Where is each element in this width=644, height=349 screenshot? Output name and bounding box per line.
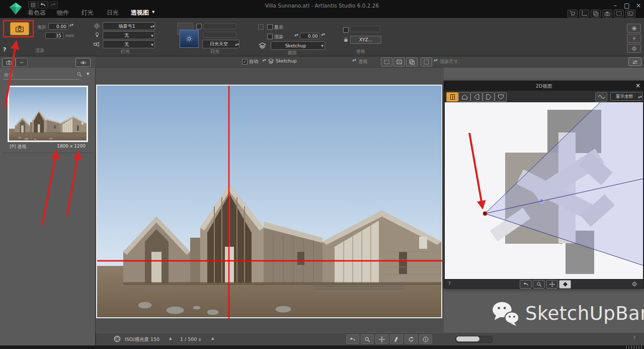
axes-icon[interactable]: [579, 10, 589, 18]
view-left-button[interactable]: [470, 92, 482, 102]
pan-tool-icon[interactable]: [375, 334, 388, 344]
sky-type-stepper-icon[interactable]: ▲▼: [235, 43, 239, 45]
camera-tool-icon[interactable]: [602, 10, 612, 18]
maximize-button[interactable]: □: [622, 2, 632, 10]
undo-icon[interactable]: [38, 1, 48, 9]
mode-stepper-icon[interactable]: ▲▼: [352, 59, 356, 61]
aperture-icon[interactable]: [114, 335, 121, 342]
tab-lights[interactable]: 灯光: [82, 9, 94, 17]
light-scene-dropdown[interactable]: 场景号1 ▲▼: [103, 22, 155, 30]
frame-tool-icon[interactable]: [614, 10, 624, 18]
undo-view-icon[interactable]: [346, 334, 359, 344]
layer-dropdown-icon[interactable]: ▼: [320, 44, 325, 47]
sky-type-dropdown[interactable]: 日光天空 ▲▼: [202, 40, 239, 48]
shutter-value[interactable]: 1 / 500 s: [180, 336, 201, 342]
render-preview[interactable]: [97, 86, 441, 317]
redo-icon[interactable]: [48, 1, 58, 9]
viewport-options-button[interactable]: [628, 57, 641, 66]
panel-2d-titlebar[interactable]: 2D视图 ×: [444, 81, 643, 91]
search-input[interactable]: [3, 71, 79, 80]
remove-view-button[interactable]: −: [16, 58, 28, 67]
neon-dropdown[interactable]: 无 ▼: [103, 31, 155, 39]
plan-move-camera-icon[interactable]: [559, 280, 571, 289]
panel-2d-help[interactable]: ?: [448, 281, 451, 286]
plan-fit-icon[interactable]: [631, 281, 637, 287]
batch-render-button[interactable]: [627, 34, 641, 43]
view-front-button[interactable]: [458, 92, 470, 102]
viewport-mode-label[interactable]: 透视: [358, 58, 367, 65]
render-now-button[interactable]: [627, 24, 641, 33]
plan-undo-icon[interactable]: [520, 280, 532, 289]
view-item-label[interactable]: [P] 透视: [10, 144, 26, 150]
tab-heliodon[interactable]: 日光: [107, 9, 119, 17]
focal-field[interactable]: 0.00: [48, 23, 68, 30]
projector-dropdown-icon[interactable]: ▼: [150, 43, 154, 46]
plan-2d-canvas[interactable]: [445, 102, 643, 279]
tab-shaders[interactable]: 着色器: [28, 9, 46, 17]
layer-dropdown[interactable]: Sketchup ▼: [271, 41, 325, 50]
resize-grip[interactable]: [626, 346, 642, 348]
shutter-up-icon[interactable]: ▲: [211, 336, 214, 340]
visibility-eye-button[interactable]: [75, 58, 91, 67]
cart-icon[interactable]: [568, 10, 578, 18]
spotlight-tool-icon[interactable]: [390, 334, 403, 344]
render-preset-label[interactable]: 渲染尺寸: [440, 58, 458, 65]
sky-preview[interactable]: [180, 30, 199, 48]
safe-frame-button-4[interactable]: [421, 57, 432, 66]
sun-field-1: [203, 23, 236, 29]
plan-zoom-icon[interactable]: [533, 280, 545, 289]
iso-value[interactable]: ISO/感光度 150: [125, 336, 159, 343]
minimize-button[interactable]: –: [610, 2, 620, 10]
neon-dropdown-icon[interactable]: ▼: [150, 34, 154, 37]
tab-objects[interactable]: 物件: [57, 9, 69, 17]
render-section-label: 渲染: [35, 47, 44, 54]
camera-bar-help[interactable]: ?: [633, 335, 635, 341]
view-back-button[interactable]: [495, 92, 507, 102]
perspectives-dropdown-icon[interactable]: ▼: [152, 10, 154, 14]
show-checkbox[interactable]: [267, 24, 273, 30]
view-list-camera-button[interactable]: [2, 58, 16, 67]
duplicate-icon[interactable]: [591, 10, 601, 18]
safe-frame-button-3[interactable]: [406, 57, 418, 66]
search-filter-icon[interactable]: ▼: [87, 72, 89, 76]
plan-pan-icon[interactable]: [546, 280, 558, 289]
xyz-button[interactable]: XYZ...: [350, 36, 381, 44]
auto-checkbox[interactable]: ✓: [242, 59, 248, 64]
view-right-button[interactable]: [482, 92, 495, 102]
console-icon[interactable]: [625, 10, 635, 18]
coords-checkbox[interactable]: [343, 27, 349, 33]
search-icon[interactable]: [76, 72, 82, 77]
refresh-preview-icon[interactable]: [405, 334, 418, 344]
clip-value-field[interactable]: 0.00: [300, 33, 320, 39]
camera-mode-button[interactable]: [10, 22, 29, 35]
tab-perspectives[interactable]: 透视图: [131, 9, 149, 17]
sky-checkbox[interactable]: [196, 24, 202, 29]
path-wave-button[interactable]: [595, 92, 607, 102]
zoom-tool-icon[interactable]: [361, 334, 374, 344]
focal-stepper-icon[interactable]: ▲▼: [69, 24, 73, 26]
panel-2d-close-icon[interactable]: ×: [635, 82, 640, 89]
display-filter-stepper-icon[interactable]: ▲▼: [638, 96, 642, 98]
preview-quality-slider-handle[interactable]: [456, 336, 479, 341]
projector-dropdown[interactable]: 无 ▼: [103, 40, 155, 48]
render-settings-button[interactable]: [627, 44, 641, 53]
safe-frame-button-2[interactable]: [393, 57, 405, 66]
safe-frame-button-1[interactable]: [381, 57, 392, 66]
focal-mm-field[interactable]: 35: [45, 32, 63, 39]
render-checkbox[interactable]: [267, 34, 273, 39]
artlantis-logo-icon: [9, 2, 22, 15]
light-scene-stepper-icon[interactable]: ▲▼: [150, 25, 154, 27]
auto-stepper-icon[interactable]: ▲▼: [262, 59, 266, 61]
iso-up-icon[interactable]: ▲: [169, 336, 172, 340]
view-top-button[interactable]: [446, 92, 458, 102]
display-filter-dropdown[interactable]: 显示全部 ▲▼: [610, 92, 642, 101]
clip-stepper-icon[interactable]: ▲▼: [294, 34, 298, 36]
info-icon[interactable]: [419, 334, 432, 344]
menu-grid-icon[interactable]: [28, 1, 38, 9]
view-thumbnail[interactable]: [8, 86, 88, 142]
preset-stepper-icon[interactable]: ▲▼: [434, 59, 438, 61]
inspector-help[interactable]: ?: [3, 46, 6, 53]
close-button[interactable]: ×: [633, 2, 643, 10]
clip-stepper2-icon[interactable]: ▲▼: [321, 33, 325, 35]
viewport-layer-value[interactable]: Sketchup: [276, 58, 297, 63]
